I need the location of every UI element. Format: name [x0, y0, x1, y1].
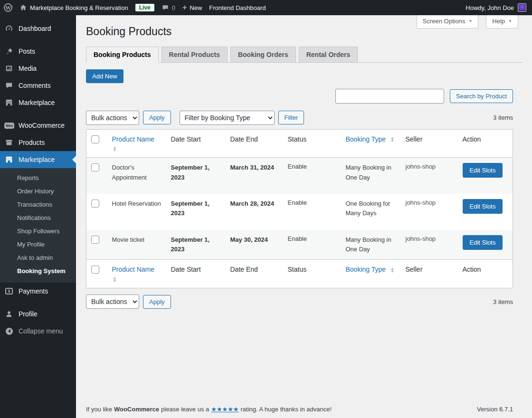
chevron-down-icon: ▼ [468, 19, 472, 23]
search-input[interactable] [335, 89, 444, 104]
apply-button[interactable]: Apply [143, 111, 171, 124]
column-date-start: Date Start [166, 129, 226, 158]
sidebar-item-payments[interactable]: $ Payments [0, 283, 76, 300]
search-by-product-button[interactable]: Search by Product [450, 89, 513, 103]
sort-arrows-icon: ▲▼ [113, 146, 120, 152]
wordpress-logo-icon[interactable]: W [4, 3, 12, 12]
table-header-row: Product Name ▲▼ Date Start Date End Stat… [86, 129, 513, 158]
items-count-bottom: 3 items [493, 298, 513, 305]
sidebar-item-marketplace-active[interactable]: Marketplace [0, 151, 76, 168]
booking-type-filter-select[interactable]: Filter by Booking Type [180, 111, 275, 125]
home-icon [19, 4, 27, 11]
booking-type-cell: Many Booking in One Day [341, 158, 401, 194]
pushpin-icon [4, 47, 14, 56]
screen-options-button[interactable]: Screen Options ▼ [417, 15, 479, 28]
help-button[interactable]: Help ▼ [486, 15, 518, 28]
row-checkbox[interactable] [91, 200, 99, 208]
date-end-cell: March 31, 2024 [226, 158, 283, 194]
submenu-item-notifications[interactable]: Notifications [0, 211, 76, 225]
column-date-start: Date Start [166, 260, 226, 288]
sidebar-item-marketplace[interactable]: Marketplace [0, 94, 76, 111]
bulk-actions-select-bottom[interactable]: Bulk actions [86, 294, 139, 309]
status-cell: Enable [283, 194, 341, 230]
admin-sidebar-menu: Dashboard Posts Media Comments Mar [0, 15, 76, 418]
filter-button[interactable]: Filter [278, 111, 304, 124]
date-start-cell: September 1, 2023 [166, 194, 226, 230]
product-name-cell: Hotel Reservation [107, 194, 166, 230]
submenu-item-shop-followers[interactable]: Shop Followers [0, 225, 76, 238]
sort-booking-type-link[interactable]: Booking Type [346, 266, 386, 273]
edit-slots-button[interactable]: Edit Slots [463, 199, 503, 214]
sort-arrows-icon: ▲▼ [390, 137, 394, 142]
sidebar-item-media[interactable]: Media [0, 60, 76, 77]
tab-booking-products[interactable]: Booking Products [86, 47, 159, 63]
edit-slots-button[interactable]: Edit Slots [463, 163, 503, 178]
admin-bar: W Marketplace Booking & Reservation Live… [0, 0, 532, 15]
woocommerce-icon: Woo [4, 121, 14, 130]
submenu-item-booking-system[interactable]: Booking System [0, 265, 76, 278]
bulk-actions-select[interactable]: Bulk actions [86, 111, 139, 125]
tabs: Booking Products Rental Products Booking… [86, 47, 513, 63]
submenu-item-ask-to-admin[interactable]: Ask to admin [0, 251, 76, 265]
sidebar-item-woocommerce[interactable]: Woo WooCommerce [0, 117, 76, 134]
menu-separator [0, 37, 76, 43]
sidebar-item-profile[interactable]: Profile [0, 305, 76, 323]
table-row: Doctor's Appointment September 1, 2023 M… [86, 158, 513, 194]
tab-booking-orders[interactable]: Booking Orders [230, 47, 296, 63]
booking-type-cell: One Booking for Many Days [341, 194, 401, 230]
table-row: Hotel Reservation September 1, 2023 Marc… [86, 194, 513, 230]
edit-slots-button[interactable]: Edit Slots [463, 235, 503, 250]
admin-footer: If you like WooCommerce please leave us … [86, 406, 513, 413]
tab-rental-orders[interactable]: Rental Orders [299, 47, 358, 63]
storefront-icon [4, 155, 14, 164]
media-icon [4, 64, 14, 73]
sidebar-item-dashboard[interactable]: Dashboard [0, 20, 76, 37]
sidebar-item-products[interactable]: Products [0, 134, 76, 151]
apply-button-bottom[interactable]: Apply [143, 295, 171, 309]
row-checkbox[interactable] [91, 236, 99, 244]
row-checkbox[interactable] [91, 163, 99, 171]
marketplace-submenu: Reports Order History Transactions Notif… [0, 168, 76, 283]
new-label: New [190, 4, 202, 11]
sidebar-item-posts[interactable]: Posts [0, 43, 76, 60]
sort-product-name-link[interactable]: Product Name [112, 135, 154, 143]
column-status: Status [283, 129, 341, 158]
comments-admin-bar[interactable]: 0 [162, 4, 175, 11]
live-badge: Live [135, 4, 154, 11]
wordpress-admin-screen: W Marketplace Booking & Reservation Live… [0, 0, 532, 418]
date-start-cell: September 1, 2023 [166, 230, 226, 260]
menu-separator [0, 300, 76, 305]
user-avatar[interactable] [518, 3, 526, 12]
admin-content: Screen Options ▼ Help ▼ Booking Products… [76, 15, 532, 418]
comment-icon [4, 81, 14, 90]
sidebar-item-comments[interactable]: Comments [0, 77, 76, 94]
column-action: Action [458, 129, 513, 158]
site-name-link[interactable]: Marketplace Booking & Reservation [19, 4, 128, 11]
howdy-account-link[interactable]: Howdy, John Doe [466, 4, 514, 11]
frontend-dashboard-link[interactable]: Frontend Dashboard [209, 4, 266, 11]
table-footer-row: Product Name ▲▼ Date Start Date End Stat… [86, 260, 513, 288]
tab-rental-products[interactable]: Rental Products [162, 47, 228, 63]
submenu-item-transactions[interactable]: Transactions [0, 198, 76, 211]
column-action: Action [458, 260, 513, 288]
submenu-item-order-history[interactable]: Order History [0, 185, 76, 198]
booking-type-cell: Many Booking in One Day [341, 230, 401, 260]
date-start-cell: September 1, 2023 [166, 158, 226, 194]
new-content-button[interactable]: + New [182, 4, 202, 11]
select-all-checkbox[interactable] [91, 135, 99, 143]
dashboard-icon [4, 24, 14, 33]
sort-booking-type-link[interactable]: Booking Type [346, 135, 386, 143]
status-cell: Enable [283, 158, 341, 194]
payments-icon: $ [4, 286, 14, 296]
sidebar-item-collapse-menu[interactable]: Collapse menu [0, 323, 76, 340]
submenu-item-my-profile[interactable]: My Profile [0, 238, 76, 251]
seller-cell: johns-shop [401, 230, 458, 260]
column-status: Status [283, 260, 341, 288]
sort-product-name-link[interactable]: Product Name [112, 266, 154, 273]
add-new-button[interactable]: Add New [86, 69, 124, 83]
select-all-checkbox[interactable] [91, 266, 99, 274]
date-end-cell: March 28, 2024 [226, 194, 283, 230]
submenu-item-reports[interactable]: Reports [0, 171, 76, 185]
five-stars-rating-link[interactable]: ★★★★★ [211, 406, 238, 413]
sort-arrows-icon: ▲▼ [390, 267, 394, 273]
